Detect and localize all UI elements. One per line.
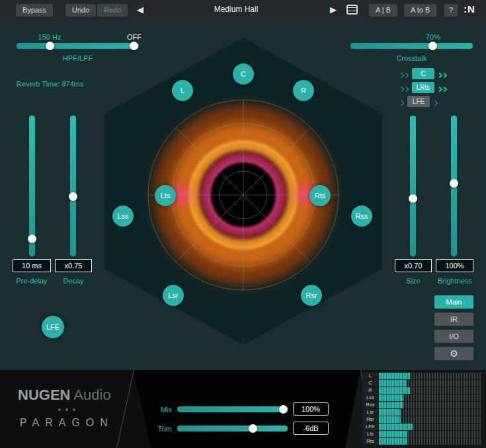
meter-bar <box>379 438 481 445</box>
meter-row: Rss <box>362 402 481 408</box>
crosstalk-slider-handle[interactable] <box>428 42 437 50</box>
brand-logo: NUGEN Audio <box>18 387 111 404</box>
mix-slider-track[interactable] <box>177 406 288 412</box>
lpf-slider-handle[interactable] <box>130 42 138 50</box>
size-value[interactable]: x0.70 <box>395 259 432 272</box>
routing-input-icon[interactable] <box>399 82 409 94</box>
routing-c-button[interactable]: C <box>412 68 434 79</box>
meter-bar <box>379 409 481 416</box>
meter-channel-label: Rts <box>362 438 378 445</box>
mix-value[interactable]: 100% <box>293 402 329 416</box>
next-preset-icon[interactable]: ▶ <box>330 4 337 16</box>
routing-output-icon[interactable] <box>433 96 438 108</box>
bypass-button[interactable]: Bypass <box>16 4 53 17</box>
meter-bar <box>379 431 481 437</box>
channel-node-lfe[interactable]: LFE <box>42 316 64 338</box>
hpf-lpf-slider-track[interactable] <box>17 43 139 49</box>
channel-node-lsr[interactable]: Lsr <box>163 285 184 306</box>
meter-channel-label: L <box>362 373 378 379</box>
routing-output-icon[interactable] <box>438 68 447 80</box>
decay-fader-handle[interactable] <box>69 192 77 201</box>
routing-input-icon[interactable] <box>399 96 404 108</box>
settings-gear-icon[interactable]: ⚙ <box>434 347 473 360</box>
paragon-plugin-window: Bypass Undo Redo ◀ Medium Hall ▶ A | B A… <box>0 0 486 448</box>
crosstalk-slider-track[interactable] <box>350 43 473 49</box>
meter-channel-label: LFE <box>362 424 378 430</box>
trim-slider-handle[interactable] <box>249 424 257 433</box>
previous-preset-icon[interactable]: ◀ <box>137 4 143 16</box>
brightness-value[interactable]: 100% <box>436 259 473 272</box>
main-tab-button[interactable]: Main <box>434 295 473 309</box>
decay-value[interactable]: x0.75 <box>55 259 92 272</box>
brand-name-light: Audio <box>73 387 110 403</box>
size-fader-handle[interactable] <box>409 194 417 203</box>
routing-lfe-button[interactable]: LFE <box>407 96 430 107</box>
meter-bar <box>379 373 481 379</box>
meter-bar <box>379 402 481 408</box>
channel-node-c[interactable]: C <box>233 63 254 85</box>
meter-row: Lss <box>362 394 481 401</box>
io-tab-button[interactable]: I/O <box>434 330 473 343</box>
ir-tab-button[interactable]: IR <box>434 313 473 326</box>
meter-bar <box>379 380 481 387</box>
routing-input-icon[interactable] <box>399 68 409 80</box>
meter-channel-label: Rss <box>362 402 378 408</box>
channel-node-rss[interactable]: Rss <box>351 205 372 227</box>
routing-row-lfe: LFE <box>399 95 438 108</box>
brand-dots <box>58 408 75 411</box>
size-label: Size <box>395 277 432 285</box>
undo-button[interactable]: Undo <box>65 4 96 17</box>
size-fader-track[interactable] <box>410 116 416 256</box>
help-button[interactable]: ? <box>444 4 458 17</box>
meter-bar <box>379 387 481 394</box>
footer-bar: NUGEN Audio PARAGON Mix 100% Trim -6dB L… <box>0 370 486 448</box>
channel-node-lss[interactable]: Lss <box>112 205 134 227</box>
meter-bar <box>379 394 481 401</box>
nugen-n-logo: :N <box>464 3 475 15</box>
meter-row: L <box>362 373 481 379</box>
a-to-b-button[interactable]: A to B <box>404 4 436 17</box>
product-name: PARAGON <box>20 417 114 429</box>
top-toolbar: Bypass Undo Redo ◀ Medium Hall ▶ A | B A… <box>0 0 486 20</box>
trim-slider-track[interactable] <box>177 426 288 431</box>
brightness-fader-handle[interactable] <box>450 179 458 188</box>
meter-row: C <box>362 380 481 387</box>
channel-node-rts[interactable]: Rts <box>309 185 331 206</box>
routing-lrts-button[interactable]: LRts <box>412 82 434 93</box>
crosstalk-value-label: 70% <box>413 33 453 41</box>
meter-channel-label: Lts <box>362 431 378 437</box>
channel-node-lts[interactable]: Lts <box>155 185 176 206</box>
channel-node-l[interactable]: L <box>172 80 193 101</box>
trim-value[interactable]: -6dB <box>293 422 329 435</box>
channel-node-r[interactable]: R <box>293 80 314 101</box>
brand-panel <box>0 370 151 448</box>
routing-output-icon[interactable] <box>438 82 447 94</box>
reverb-time-readout: Reverb Time: 874ms <box>17 80 83 88</box>
routing-row-lrts: LRts <box>399 81 447 94</box>
decay-fader-track[interactable] <box>70 116 76 256</box>
meter-row: LFE <box>362 424 481 430</box>
meter-row: R <box>362 387 481 394</box>
redo-button[interactable]: Redo <box>97 4 128 17</box>
routing-row-c: C <box>399 67 447 80</box>
meter-row: Lts <box>362 431 481 437</box>
hpf-slider-handle[interactable] <box>46 42 54 50</box>
pre-delay-value[interactable]: 10 ms <box>13 259 51 272</box>
output-meters: L C R Lss Rss Lsr Rsr LFE Lts Rts <box>362 373 481 445</box>
brand-name-bold: NUGEN <box>18 387 70 403</box>
decay-label: Decay <box>55 277 92 285</box>
meter-row: Lsr <box>362 409 481 416</box>
pre-delay-fader-handle[interactable] <box>28 235 36 243</box>
meter-channel-label: C <box>362 380 378 387</box>
crosstalk-label: Crosstalk <box>350 54 473 62</box>
meter-bar <box>379 416 481 423</box>
meter-channel-label: Lsr <box>362 409 378 416</box>
trim-label: Trim <box>147 425 172 433</box>
preset-list-icon[interactable] <box>346 5 358 15</box>
hpf-lpf-label: HPF/LPF <box>17 54 139 62</box>
preset-name[interactable]: Medium Hall <box>177 5 296 14</box>
ab-compare-button[interactable]: A | B <box>369 4 397 17</box>
lpf-value-label: OFF <box>118 33 151 41</box>
channel-node-rsr[interactable]: Rsr <box>301 285 322 306</box>
mix-slider-handle[interactable] <box>279 405 288 414</box>
